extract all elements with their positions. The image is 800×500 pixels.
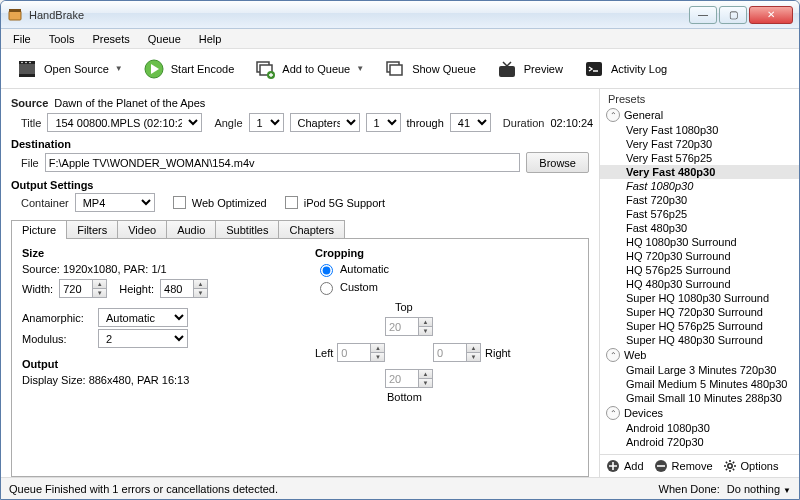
preset-item[interactable]: HQ 480p30 Surround [600,277,799,291]
presets-footer: Add Remove Options [600,454,799,477]
cropping-column: Cropping Automatic Custom Top ▲▼ Left▲▼ … [315,247,578,411]
close-button[interactable]: ✕ [749,6,793,24]
queue-icon [384,58,406,80]
menu-file[interactable]: File [5,31,39,47]
presets-title: Presets [600,89,799,105]
preset-list[interactable]: ⌃GeneralVery Fast 1080p30Very Fast 720p3… [600,105,799,454]
web-optimized-label: Web Optimized [192,197,267,209]
preview-button[interactable]: Preview [489,54,570,84]
chapter-from-select[interactable]: 1 [366,113,401,132]
preset-item[interactable]: Fast 1080p30 [600,179,799,193]
maximize-button[interactable]: ▢ [719,6,747,24]
preset-item[interactable]: Gmail Small 10 Minutes 288p30 [600,391,799,405]
body: Source Dawn of the Planet of the Apes Ti… [1,89,799,477]
crop-left-stepper[interactable]: ▲▼ [337,343,385,362]
tab-audio[interactable]: Audio [166,220,216,239]
angle-select[interactable]: 1 [249,113,284,132]
menu-help[interactable]: Help [191,31,230,47]
chevron-down-icon: ▼ [115,64,123,73]
preset-item[interactable]: Very Fast 480p30 [600,165,799,179]
size-column: Size Source: 1920x1080, PAR: 1/1 Width: … [22,247,285,411]
chevron-collapse-icon[interactable]: ⌃ [606,406,620,420]
preset-item[interactable]: Super HQ 1080p30 Surround [600,291,799,305]
preset-item[interactable]: Android 720p30 [600,435,799,449]
svg-rect-16 [586,62,602,76]
when-done-value[interactable]: Do nothing ▼ [727,483,791,495]
preset-item[interactable]: Very Fast 576p25 [600,151,799,165]
preset-category[interactable]: Web [624,349,646,361]
chevron-down-icon: ▼ [356,64,364,73]
svg-rect-0 [9,11,21,20]
show-queue-button[interactable]: Show Queue [377,54,483,84]
preset-item[interactable]: Very Fast 1080p30 [600,123,799,137]
web-optimized-checkbox[interactable] [173,196,186,209]
preset-item[interactable]: Super HQ 480p30 Surround [600,333,799,347]
toolbar: Open Source ▼ Start Encode Add to Queue … [1,49,799,89]
menu-queue[interactable]: Queue [140,31,189,47]
ipod-checkbox[interactable] [285,196,298,209]
activity-log-button[interactable]: Activity Log [576,54,674,84]
preset-remove-button[interactable]: Remove [654,459,713,473]
preset-item[interactable]: Fast 480p30 [600,221,799,235]
size-label: Size [22,247,285,259]
menubar: File Tools Presets Queue Help [1,29,799,49]
preset-item[interactable]: HQ 1080p30 Surround [600,235,799,249]
preset-item[interactable]: Super HQ 720p30 Surround [600,305,799,319]
statusbar: Queue Finished with 1 errors or cancella… [1,477,799,499]
menu-tools[interactable]: Tools [41,31,83,47]
crop-right-stepper[interactable]: ▲▼ [433,343,481,362]
preset-item[interactable]: HQ 576p25 Surround [600,263,799,277]
preset-add-button[interactable]: Add [606,459,644,473]
preset-item[interactable]: Very Fast 720p30 [600,137,799,151]
cropping-label: Cropping [315,247,578,259]
modulus-select[interactable]: 2 [98,329,188,348]
start-encode-button[interactable]: Start Encode [136,54,242,84]
preset-options-button[interactable]: Options [723,459,779,473]
svg-rect-1 [9,9,21,12]
crop-grid: Top ▲▼ Left▲▼ ▲▼Right ▲▼ Bottom [315,301,515,411]
preset-item[interactable]: HQ 720p30 Surround [600,249,799,263]
window-buttons: ― ▢ ✕ [689,6,793,24]
chevron-collapse-icon[interactable]: ⌃ [606,108,620,122]
menu-presets[interactable]: Presets [84,31,137,47]
angle-label: Angle [214,117,242,129]
tab-picture[interactable]: Picture [11,220,67,239]
tab-subtitles[interactable]: Subtitles [215,220,279,239]
browse-button[interactable]: Browse [526,152,589,173]
preset-category[interactable]: Devices [624,407,663,419]
preset-item[interactable]: Android 1080p30 [600,421,799,435]
file-input[interactable] [45,153,521,172]
svg-line-28 [725,469,726,470]
tab-video[interactable]: Video [117,220,167,239]
preset-item[interactable]: Gmail Large 3 Minutes 720p30 [600,363,799,377]
add-to-queue-button[interactable]: Add to Queue ▼ [247,54,371,84]
output-label: Output [22,358,285,370]
minimize-button[interactable]: ― [689,6,717,24]
crop-bottom-stepper[interactable]: ▲▼ [385,369,433,388]
range-type-select[interactable]: Chapters [290,113,360,132]
film-icon [16,58,38,80]
app-icon [7,7,23,23]
svg-point-5 [21,61,23,63]
tab-filters[interactable]: Filters [66,220,118,239]
crop-custom-radio[interactable] [320,282,333,295]
title-select[interactable]: 154 00800.MPLS (02:10:24) [47,113,202,132]
container-select[interactable]: MP4 [75,193,155,212]
crop-top-stepper[interactable]: ▲▼ [385,317,433,336]
preset-item[interactable]: Gmail Medium 5 Minutes 480p30 [600,377,799,391]
height-stepper[interactable]: ▲▼ [160,279,208,298]
preset-item[interactable]: Fast 720p30 [600,193,799,207]
tab-chapters[interactable]: Chapters [278,220,345,239]
svg-point-20 [727,464,731,468]
anamorphic-select[interactable]: Automatic [98,308,188,327]
preset-item[interactable]: Super HQ 576p25 Surround [600,319,799,333]
titlebar[interactable]: HandBrake ― ▢ ✕ [1,1,799,29]
height-label: Height: [119,283,154,295]
preset-category[interactable]: General [624,109,663,121]
chapter-to-select[interactable]: 41 [450,113,491,132]
preset-item[interactable]: Fast 576p25 [600,207,799,221]
chevron-collapse-icon[interactable]: ⌃ [606,348,620,362]
open-source-button[interactable]: Open Source ▼ [9,54,130,84]
crop-automatic-radio[interactable] [320,264,333,277]
width-stepper[interactable]: ▲▼ [59,279,107,298]
